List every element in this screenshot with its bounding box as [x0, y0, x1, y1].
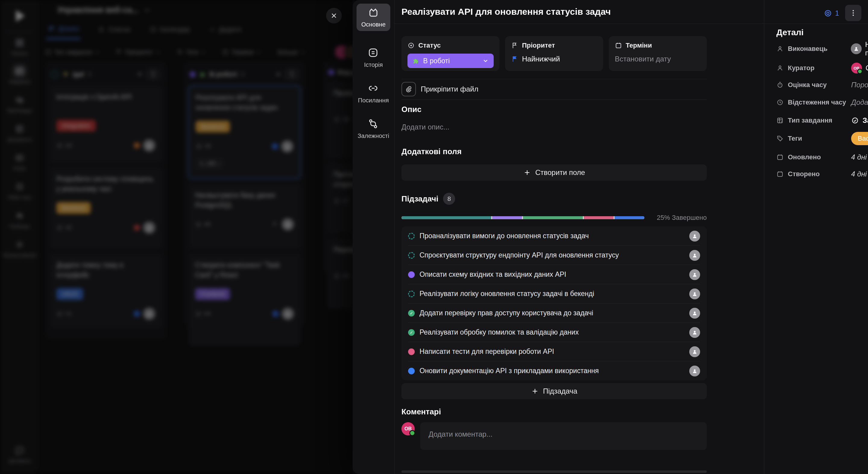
subtask-status-icon[interactable] — [408, 368, 415, 374]
close-modal-button[interactable] — [326, 8, 342, 24]
subtasks-progress-bar — [401, 216, 644, 219]
subtask-status-icon[interactable] — [408, 233, 415, 239]
add-subtask-button[interactable]: Підзадача — [401, 383, 707, 399]
custom-fields-heading: Додаткові поля — [401, 147, 707, 156]
detail-row-time-estimate[interactable]: Оцінка часу Порожньо — [776, 78, 868, 92]
modal-tab-main[interactable]: Основне — [356, 4, 390, 31]
subtask-status-icon[interactable] — [408, 271, 415, 278]
priority-value-row[interactable]: Найнижчий — [511, 55, 597, 63]
assignee-avatar[interactable] — [689, 289, 700, 299]
calendar-icon — [615, 42, 622, 49]
subtask-row[interactable]: Додати перевірку прав доступу користувач… — [408, 304, 700, 323]
app-root: Панель Завдання Вайтборди Документи Кліп… — [0, 0, 868, 474]
online-status-dot — [857, 69, 863, 74]
comment-input[interactable]: Додати коментар... — [420, 422, 707, 450]
subtask-row[interactable]: Реалізувати обробку помилок та валідацію… — [408, 323, 700, 342]
subtask-status-icon[interactable] — [408, 291, 415, 297]
modal-tab-dependencies[interactable]: Залежності — [356, 115, 390, 142]
dates-field-card: Терміни Встановити дату — [609, 36, 707, 71]
crown-icon — [367, 7, 379, 19]
subtasks-heading-row: Підзадачі 8 — [401, 193, 707, 205]
status-value: В роботі — [423, 57, 450, 65]
subtask-row[interactable]: Оновити документацію API з прикладами ви… — [408, 361, 700, 380]
subtask-title: Спроєктувати структуру ендпоінту API для… — [420, 251, 684, 259]
assignee-avatar[interactable] — [689, 346, 700, 357]
assignee-avatar[interactable] — [689, 308, 700, 318]
assignee-avatar[interactable] — [689, 366, 700, 376]
task-type-grid-icon — [776, 117, 784, 124]
clock-icon — [776, 99, 784, 106]
priority-field-card: Пріоритет Найнижчий — [505, 36, 603, 71]
assignee-avatar[interactable] — [689, 269, 700, 280]
progress-segment-purple — [492, 216, 522, 219]
modal-tab-label: Посилання — [358, 97, 389, 104]
task-type-value: Завдання — [863, 116, 868, 125]
detail-row-assignee[interactable]: Виконавець Не призначено — [776, 41, 868, 56]
details-panel: Деталі Виконавець Не призначено Куратор … — [764, 0, 868, 474]
status-dropdown[interactable]: В роботі — [407, 54, 494, 68]
comments-heading: Коментарі — [401, 407, 707, 416]
plus-icon — [523, 169, 531, 176]
assignee-avatar[interactable] — [689, 250, 700, 261]
subtask-row[interactable]: Описати схему вхідних та вихідних даних … — [408, 265, 700, 284]
subtask-title: Реалізувати обробку помилок та валідацію… — [420, 328, 684, 336]
modal-tab-label: Залежності — [358, 133, 390, 139]
created-value: 4 дні тому — [851, 170, 868, 178]
subtask-row[interactable]: Проаналізувати вимоги до оновлення стату… — [408, 227, 700, 246]
dates-placeholder: Встановити дату — [615, 55, 671, 63]
calendar-icon — [776, 154, 784, 161]
subtask-row[interactable]: Написати тести для перевірки роботи API — [408, 342, 700, 361]
person-icon — [776, 64, 784, 72]
description-input[interactable]: Додати опис... — [401, 123, 707, 131]
current-user-avatar: ОВ — [401, 422, 415, 435]
dependencies-icon — [367, 118, 379, 130]
subtask-row[interactable]: Спроєктувати структуру ендпоінту API для… — [408, 246, 700, 265]
progress-segment-pink — [584, 216, 614, 219]
flag-blue-icon — [511, 56, 518, 63]
detail-row-time-tracking[interactable]: Відстеження часу Додати час — [776, 95, 868, 110]
subtask-title: Оновити документацію API з прикладами ви… — [420, 367, 684, 375]
subtask-status-icon[interactable] — [408, 329, 415, 336]
assignee-avatar[interactable] — [689, 327, 700, 338]
priority-field-label: Пріоритет — [522, 41, 555, 49]
subtask-title: Реалізувати логіку оновлення статусу зад… — [420, 290, 684, 298]
modal-main-content: Реалізувати API для оновлення статусів з… — [394, 0, 764, 474]
chevron-down-icon — [482, 58, 489, 64]
comment-compose-row: ОВ Додати коментар... — [401, 422, 707, 450]
link-icon — [367, 82, 379, 95]
subtask-row[interactable]: Реалізувати логіку оновлення статусу зад… — [408, 284, 700, 304]
dates-field-label: Терміни — [626, 41, 652, 49]
task-detail-modal: Основне Історія Посилання Залежності 1 — [352, 0, 868, 474]
divider — [401, 99, 707, 100]
status-target-icon — [407, 42, 415, 49]
online-status-dot — [409, 430, 415, 436]
assignee-avatar[interactable] — [689, 231, 700, 241]
dates-value-row[interactable]: Встановити дату — [615, 55, 701, 63]
subtask-status-icon[interactable] — [408, 252, 415, 259]
curator-avatar: ОВ — [851, 63, 862, 73]
person-icon — [776, 45, 784, 53]
subtasks-count-badge: 8 — [443, 193, 455, 205]
subtask-status-icon[interactable] — [408, 348, 415, 355]
tag-pill-backend[interactable]: Backend — [851, 132, 868, 145]
attach-file-button[interactable]: Прикріпити файл — [401, 82, 707, 96]
modal-tab-history[interactable]: Історія — [356, 44, 390, 71]
progress-segment-blue — [615, 216, 644, 219]
create-field-button[interactable]: Створити поле — [401, 164, 707, 181]
status-field-card: Статус В роботі — [401, 36, 499, 71]
modal-tab-links[interactable]: Посилання — [356, 79, 390, 107]
calendar-icon — [776, 170, 784, 178]
plus-icon — [531, 387, 539, 395]
subtask-list: Проаналізувати вимоги до оновлення стату… — [401, 227, 707, 380]
history-icon — [367, 47, 379, 59]
horizontal-scrollbar[interactable] — [401, 470, 707, 473]
modal-nav: Основне Історія Посилання Залежності — [352, 0, 395, 474]
detail-row-tags[interactable]: Теги Backend — [776, 131, 868, 146]
subtask-title: Описати схему вхідних та вихідних даних … — [420, 270, 684, 278]
subtask-status-icon[interactable] — [408, 310, 415, 316]
detail-row-task-type[interactable]: Тип завдання Завдання — [776, 113, 868, 128]
detail-row-updated: Оновлено 4 дні тому — [776, 150, 868, 164]
modal-backdrop-overlay[interactable] — [0, 0, 352, 474]
detail-row-curator[interactable]: Куратор ОВОлег В — [776, 61, 868, 75]
curator-value: Олег В — [866, 64, 868, 72]
